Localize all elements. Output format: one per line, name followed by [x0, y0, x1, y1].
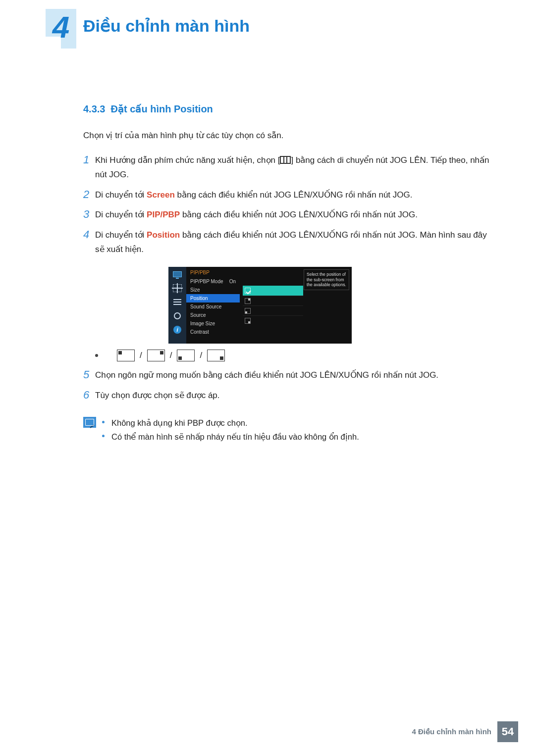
- step-number: 6: [83, 389, 95, 403]
- osd-preview: Select the position of the sub-screen fr…: [240, 267, 352, 344]
- step-text: Di chuyển tới: [95, 210, 147, 219]
- osd-position-option: [243, 315, 303, 325]
- step-highlight: Screen: [147, 190, 175, 200]
- menu-icon: [280, 156, 291, 164]
- info-icon: i: [172, 325, 182, 334]
- step-text: Di chuyển tới: [95, 190, 147, 200]
- position-bottom-left-icon: [177, 350, 195, 361]
- position-bottom-right-icon: [207, 350, 225, 361]
- steps-list-cont: 5 Chọn ngôn ngữ mong muốn bằng cách điều…: [83, 368, 489, 403]
- separator: /: [170, 351, 172, 360]
- step-6: 6 Tùy chọn được chọn sẽ được áp.: [83, 389, 489, 403]
- osd-item-position: Position: [186, 294, 240, 302]
- osd-position-option: [243, 296, 303, 305]
- bullet-icon: [95, 354, 98, 357]
- osd-screenshot: i PIP/PBP PIP/PBP Mode On Size Position …: [168, 267, 352, 344]
- step-highlight: Position: [147, 230, 180, 240]
- bullet-icon: [102, 435, 105, 437]
- gear-icon: [172, 311, 182, 320]
- step-text: Tùy chọn được chọn sẽ được áp.: [95, 389, 489, 403]
- bullet-icon: [102, 421, 105, 423]
- step-text: Di chuyển tới: [95, 230, 147, 240]
- chapter-title: Điều chỉnh màn hình: [83, 16, 250, 36]
- osd-hint-text: Select the position of the sub-screen fr…: [304, 269, 349, 290]
- note-text: Có thể màn hình sẽ nhấp nháy nếu tín hiệ…: [111, 430, 359, 444]
- list-icon: [172, 298, 182, 306]
- footer-label: 4 Điều chỉnh màn hình: [412, 727, 491, 736]
- separator: /: [140, 351, 142, 360]
- page-footer: 4 Điều chỉnh màn hình 54: [412, 721, 518, 742]
- steps-list: 1 Khi Hướng dẫn phím chức năng xuất hiện…: [83, 153, 489, 257]
- section-number: 4.3.3: [83, 103, 105, 114]
- step-text: bằng cách điều khiển nút JOG LÊN/XUỐNG r…: [180, 210, 418, 219]
- section-title: Đặt cấu hình Position: [111, 103, 213, 114]
- separator: /: [200, 351, 202, 360]
- step-4: 4 Di chuyển tới Position bằng cách điều …: [83, 228, 489, 257]
- step-number: 5: [83, 368, 95, 383]
- osd-item-imagesize: Image Size: [186, 319, 240, 328]
- pbp-icon: [172, 284, 182, 293]
- osd-item-sound: Sound Source: [186, 302, 240, 311]
- note-icon: [83, 417, 96, 428]
- position-top-left-icon: [117, 350, 135, 361]
- note-block: Không khả dụng khi PBP được chọn. Có thể…: [83, 416, 489, 444]
- step-5: 5 Chọn ngôn ngữ mong muốn bằng cách điều…: [83, 368, 489, 383]
- step-highlight: PIP/PBP: [147, 210, 180, 219]
- osd-item-contrast: Contrast: [186, 328, 240, 336]
- monitor-icon: [172, 270, 182, 279]
- step-number: 3: [83, 208, 95, 222]
- osd-item-source: Source: [186, 311, 240, 319]
- section-heading: 4.3.3 Đặt cấu hình Position: [83, 103, 489, 115]
- osd-item-mode: PIP/PBP Mode On: [186, 277, 240, 286]
- step-text: Khi Hướng dẫn phím chức năng xuất hiện, …: [95, 155, 280, 165]
- osd-position-option-selected: [243, 286, 303, 296]
- osd-position-option: [243, 305, 303, 315]
- position-icons-row: / / /: [95, 350, 489, 361]
- position-tr-icon: [245, 298, 251, 304]
- step-number: 2: [83, 188, 95, 202]
- step-1: 1 Khi Hướng dẫn phím chức năng xuất hiện…: [83, 153, 489, 182]
- note-item: Có thể màn hình sẽ nhấp nháy nếu tín hiệ…: [102, 430, 359, 444]
- osd-item-value: On: [229, 279, 236, 284]
- step-number: 1: [83, 153, 95, 182]
- osd-menu: PIP/PBP PIP/PBP Mode On Size Position So…: [186, 267, 240, 344]
- osd-item-label: PIP/PBP Mode: [190, 279, 223, 284]
- check-icon: [245, 288, 251, 294]
- position-top-right-icon: [147, 350, 165, 361]
- osd-sidebar: i: [168, 267, 186, 344]
- osd-item-size: Size: [186, 286, 240, 294]
- chapter-header: 4 Điều chỉnh màn hình: [46, 9, 489, 49]
- step-text: Chọn ngôn ngữ mong muốn bằng cách điều k…: [95, 368, 489, 383]
- step-3: 3 Di chuyển tới PIP/PBP bằng cách điều k…: [83, 208, 489, 222]
- position-br-icon: [245, 318, 251, 324]
- step-number: 4: [83, 228, 95, 257]
- section-intro: Chọn vị trí của màn hình phụ từ các tùy …: [83, 130, 489, 142]
- chapter-number: 4: [46, 9, 76, 49]
- note-item: Không khả dụng khi PBP được chọn.: [102, 416, 359, 430]
- step-2: 2 Di chuyển tới Screen bằng cách điều kh…: [83, 188, 489, 202]
- chapter-number-badge: 4: [46, 9, 76, 49]
- step-text: bằng cách điều khiển nút JOG LÊN/XUỐNG r…: [175, 190, 413, 200]
- page-number: 54: [497, 721, 518, 742]
- osd-menu-title: PIP/PBP: [186, 269, 240, 277]
- note-text: Không khả dụng khi PBP được chọn.: [111, 416, 248, 430]
- position-bl-icon: [245, 308, 251, 314]
